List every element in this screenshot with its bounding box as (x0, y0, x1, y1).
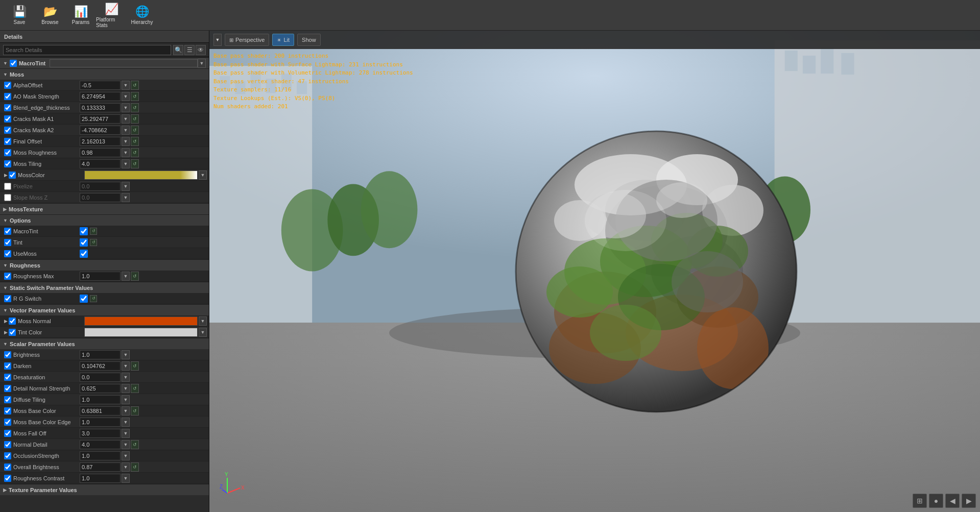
moss-base-color-edge-down-btn[interactable]: ▼ (122, 418, 130, 427)
moss-color-swatch[interactable] (84, 170, 198, 180)
pixelize-down-btn[interactable]: ▼ (122, 182, 130, 191)
viewport-prev-btn[interactable]: ◀ (945, 494, 960, 508)
rg-switch-checkbox[interactable] (4, 295, 11, 302)
alpha-offset-reset-btn[interactable]: ↺ (131, 81, 139, 90)
tint-color-checkbox[interactable] (9, 329, 16, 336)
diffuse-tiling-input[interactable] (80, 395, 121, 404)
normal-detail-input[interactable] (80, 440, 121, 449)
viewport[interactable]: ▼ ⊞ Perspective ☀ Lit Show Base pass sha… (209, 31, 980, 512)
normal-detail-down-btn[interactable]: ▼ (122, 440, 130, 449)
overall-brightness-checkbox[interactable] (4, 464, 11, 471)
moss-normal-swatch[interactable] (84, 316, 198, 326)
moss-tiling-input[interactable] (80, 159, 121, 168)
roughness-max-reset-btn[interactable]: ↺ (131, 272, 139, 281)
moss-tiling-checkbox[interactable] (4, 160, 11, 167)
show-button[interactable]: Show (297, 34, 321, 46)
ao-mask-reset-btn[interactable]: ↺ (131, 92, 139, 101)
cracks-a2-reset-btn[interactable]: ↺ (131, 126, 139, 135)
alpha-offset-down-btn[interactable]: ▼ (122, 81, 130, 90)
cracks-a1-checkbox[interactable] (4, 115, 11, 123)
tint-color-arrow[interactable]: ▼ (199, 328, 207, 337)
lit-button[interactable]: ☀ Lit (272, 34, 294, 46)
roughness-max-down-btn[interactable]: ▼ (122, 272, 130, 281)
viewport-next-btn[interactable]: ▶ (962, 494, 976, 508)
opt-macro-tint-reset[interactable]: ↺ (90, 228, 97, 235)
moss-color-arrow[interactable]: ▼ (199, 170, 207, 180)
opt-use-moss-inner-check[interactable] (80, 250, 88, 258)
occlusion-strength-input[interactable] (80, 451, 121, 460)
moss-base-color-checkbox[interactable] (4, 407, 11, 415)
moss-roughness-reset-btn[interactable]: ↺ (131, 148, 139, 157)
roughness-max-input[interactable] (80, 272, 121, 281)
section-texture-params[interactable]: ▶ Texture Parameter Values (0, 484, 209, 495)
moss-roughness-checkbox[interactable] (4, 149, 11, 156)
detail-normal-down-btn[interactable]: ▼ (122, 384, 130, 393)
moss-base-color-down-btn[interactable]: ▼ (122, 406, 130, 416)
section-roughness[interactable]: ▼ Roughness (0, 259, 209, 271)
final-offset-down-btn[interactable]: ▼ (122, 137, 130, 146)
detail-normal-strength-input[interactable] (80, 384, 121, 393)
moss-normal-arrow[interactable]: ▼ (199, 316, 207, 326)
blend-edge-reset-btn[interactable]: ↺ (131, 103, 139, 112)
cracks-a1-input[interactable] (80, 114, 121, 124)
opt-macro-tint-inner-check[interactable] (80, 227, 88, 235)
search-list-view-button[interactable]: ☰ (184, 45, 195, 55)
pixelize-checkbox[interactable] (4, 183, 11, 190)
cracks-a1-down-btn[interactable]: ▼ (122, 114, 130, 124)
moss-normal-expand[interactable]: ▶ (4, 319, 8, 324)
platform-stats-button[interactable]: 📈 Platform Stats (96, 1, 127, 30)
section-scalar-params[interactable]: ▼ Scalar Parameter Values (0, 338, 209, 349)
viewport-grid-btn[interactable]: ⊞ (913, 494, 927, 508)
alpha-offset-input[interactable] (80, 81, 121, 90)
viewport-dropdown-btn[interactable]: ▼ (213, 34, 222, 46)
perspective-button[interactable]: ⊞ Perspective (225, 34, 269, 46)
opt-tint-checkbox[interactable] (4, 239, 11, 246)
save-button[interactable]: 💾 Save (4, 1, 35, 30)
tint-color-expand[interactable]: ▶ (4, 330, 8, 335)
cracks-a2-down-btn[interactable]: ▼ (122, 126, 130, 135)
normal-detail-checkbox[interactable] (4, 441, 11, 448)
viewport-circle-btn[interactable]: ● (929, 494, 943, 508)
desaturation-input[interactable] (80, 373, 121, 382)
pixelize-input[interactable] (80, 182, 121, 191)
section-vector-params[interactable]: ▼ Vector Parameter Values (0, 304, 209, 315)
moss-fall-off-input[interactable] (80, 429, 121, 438)
moss-base-color-input[interactable] (80, 406, 121, 416)
opt-use-moss-checkbox[interactable] (4, 250, 11, 257)
search-input[interactable] (3, 45, 171, 55)
moss-base-color-reset-btn[interactable]: ↺ (131, 406, 139, 416)
moss-fall-off-checkbox[interactable] (4, 430, 11, 437)
darken-checkbox[interactable] (4, 362, 11, 370)
overall-brightness-down-btn[interactable]: ▼ (122, 462, 130, 472)
tint-color-swatch[interactable] (84, 328, 198, 337)
macro-tint-checkbox[interactable] (10, 60, 17, 67)
overall-brightness-input[interactable] (80, 462, 121, 472)
section-static-switch[interactable]: ▼ Static Switch Parameter Values (0, 282, 209, 293)
ao-mask-checkbox[interactable] (4, 93, 11, 100)
final-offset-checkbox[interactable] (4, 138, 11, 145)
opt-tint-reset[interactable]: ↺ (90, 239, 97, 246)
slope-moss-z-input[interactable] (80, 193, 121, 202)
section-options[interactable]: ▼ Options (0, 214, 209, 226)
ao-mask-input[interactable] (80, 92, 121, 101)
moss-tiling-down-btn[interactable]: ▼ (122, 159, 130, 168)
moss-roughness-down-btn[interactable]: ▼ (122, 148, 130, 157)
browse-button[interactable]: 📂 Browse (35, 1, 65, 30)
normal-detail-reset-btn[interactable]: ↺ (131, 440, 139, 449)
final-offset-reset-btn[interactable]: ↺ (131, 137, 139, 146)
diffuse-tiling-down-btn[interactable]: ▼ (122, 395, 130, 404)
hierarchy-button[interactable]: 🌐 Hierarchy (127, 1, 157, 30)
darken-input[interactable] (80, 361, 121, 371)
brightness-input[interactable] (80, 350, 121, 359)
cracks-a1-reset-btn[interactable]: ↺ (131, 114, 139, 124)
section-moss[interactable]: ▼ Moss (0, 68, 209, 80)
final-offset-input[interactable] (80, 137, 121, 146)
blend-edge-input[interactable] (80, 103, 121, 112)
overall-brightness-reset-btn[interactable]: ↺ (131, 462, 139, 472)
moss-tiling-reset-btn[interactable]: ↺ (131, 159, 139, 168)
slope-moss-z-down-btn[interactable]: ▼ (122, 193, 130, 202)
roughness-contrast-checkbox[interactable] (4, 475, 11, 482)
alpha-offset-checkbox[interactable] (4, 82, 11, 89)
desaturation-checkbox[interactable] (4, 374, 11, 381)
blend-edge-checkbox[interactable] (4, 104, 11, 111)
